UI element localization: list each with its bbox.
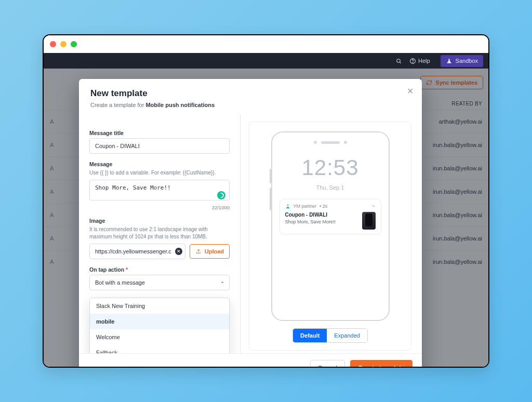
message-textarea[interactable] [89,180,230,200]
help-label: Help [418,58,430,64]
notif-message: Shop More, Save More!! [285,219,336,224]
preview-card: 12:53 Thu, Sep 1 YM partner • 2s [249,122,411,351]
clear-image-icon[interactable]: ✕ [175,248,182,255]
journey-dropdown: Slack New TrainingmobileWelcomeFallback [89,298,230,353]
notif-timestamp: • 2s [320,204,327,209]
message-title-input[interactable] [89,138,230,154]
dropdown-option[interactable]: Slack New Training [90,298,229,314]
notif-thumbnail [362,212,376,230]
page-body: Sync templates REATED BY Aarthak@yellow.… [44,69,488,367]
sandbox-label: Sandbox [456,58,478,64]
notif-title: Coupon - DIWALI [285,212,336,218]
image-hint: It is recommended to use 2:1 landscape i… [89,226,230,240]
modal-close-button[interactable]: ✕ [404,85,416,97]
app-topbar: Help Sandbox [44,53,488,69]
phone-mock: 12:53 Thu, Sep 1 YM partner • 2s [271,131,390,321]
app-window: Help Sandbox Sync templates REATED BY Aa… [43,34,489,368]
toggle-expanded[interactable]: Expanded [327,329,367,342]
message-char-count: 22/1000 [89,205,230,210]
chevron-down-icon [371,204,376,208]
grammarly-icon [217,191,225,199]
message-label: Message [89,161,230,167]
form-column: Message title Message Use {{ }} to add a… [79,114,240,353]
window-close-dot[interactable] [50,41,56,47]
upload-button[interactable]: Upload [190,244,230,259]
preview-column: 12:53 Thu, Sep 1 YM partner • 2s [241,114,422,353]
modal-footer: Cancel Create template [79,353,422,368]
dropdown-option[interactable]: Fallback [90,345,229,353]
phone-date: Thu, Sep 1 [316,184,344,191]
image-label: Image [89,218,230,224]
mac-titlebar [44,35,488,53]
svg-point-3 [413,62,413,62]
upload-label: Upload [205,248,224,254]
window-max-dot[interactable] [71,41,77,47]
on-tap-select[interactable]: Bot with a message [89,275,230,290]
message-hint: Use {{ }} to add a variable. For example… [89,169,230,177]
modal-subtitle: Create a template for Mobile push notifi… [90,102,410,108]
sandbox-chip[interactable]: Sandbox [441,55,483,67]
prev-field-edge [89,119,230,125]
image-url-input[interactable] [89,244,185,259]
cancel-button[interactable]: Cancel [310,360,345,368]
svg-line-1 [400,62,401,63]
modal-title: New template [90,88,410,99]
on-tap-label: On tap action * [89,266,230,273]
dropdown-option[interactable]: Welcome [90,329,229,345]
dropdown-option[interactable]: mobile [90,314,229,329]
notif-app-name: YM partner [294,204,317,209]
toggle-default[interactable]: Default [293,329,327,342]
window-min-dot[interactable] [60,41,66,47]
create-template-button[interactable]: Create template [350,360,413,368]
preview-mode-toggle: Default Expanded [292,328,368,343]
help-link[interactable]: Help [409,58,430,64]
new-template-modal: ✕ New template Create a template for Mob… [79,79,422,368]
search-icon[interactable] [395,58,402,64]
message-title-label: Message title [89,130,230,136]
notification-preview: YM partner • 2s Coupon - DIWALI [280,199,381,234]
phone-clock: 12:53 [301,155,358,180]
upload-icon [195,248,202,254]
svg-point-0 [397,59,401,62]
app-logo-icon [285,204,290,209]
phone-speaker [314,141,347,144]
modal-header: New template Create a template for Mobil… [79,79,422,114]
